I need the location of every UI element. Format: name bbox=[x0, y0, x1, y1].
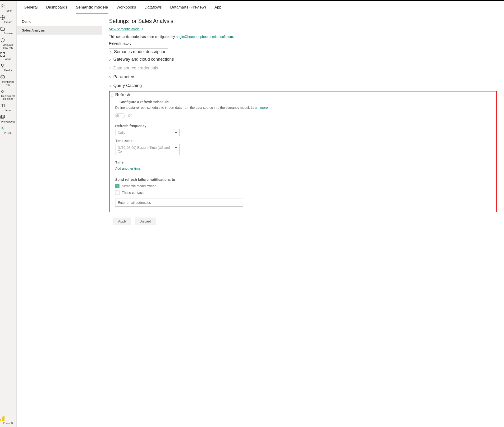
nav-rail: Home Create Browse OneLake data hub Apps bbox=[0, 1, 17, 427]
app-shell: Home Create Browse OneLake data hub Apps bbox=[0, 1, 504, 427]
svg-rect-14 bbox=[3, 416, 5, 421]
notify-owner-text: Semantic model owner bbox=[122, 184, 155, 188]
chevron-right-icon: ▷ bbox=[109, 84, 112, 87]
add-time-link[interactable]: Add another time bbox=[115, 167, 140, 170]
accordion-caching[interactable]: ▷ Query Caching bbox=[109, 81, 497, 90]
nav-onelake[interactable]: OneLake data hub bbox=[0, 36, 16, 51]
nav-label: OneLake data hub bbox=[3, 43, 14, 49]
learn-more-link[interactable]: Learn more bbox=[251, 106, 268, 109]
nav-powerbi-brand[interactable]: Power BI bbox=[0, 414, 16, 427]
svg-rect-2 bbox=[3, 53, 5, 54]
configured-by-prefix: This semantic model has been configured … bbox=[109, 35, 176, 39]
rocket-icon bbox=[0, 89, 16, 94]
button-row: Apply Discard bbox=[113, 218, 497, 225]
svg-rect-13 bbox=[2, 417, 3, 421]
nav-pl300[interactable]: PL-300 bbox=[0, 124, 16, 136]
tz-select[interactable]: (UTC-05:00) Eastern Time (US and Ca bbox=[115, 144, 180, 155]
configured-by-email[interactable]: angie@beepboopbop.onmicrosoft.com bbox=[176, 35, 233, 39]
tab-general[interactable]: General bbox=[24, 5, 38, 14]
nav-browse[interactable]: Browse bbox=[0, 25, 16, 36]
accordion-refresh[interactable]: ◿ Refresh bbox=[111, 92, 493, 98]
accordion-description[interactable]: ▷ Semantic model description bbox=[109, 49, 168, 55]
detail-panel: Settings for Sales Analysis View semanti… bbox=[102, 14, 504, 427]
nav-label: Create bbox=[4, 21, 12, 23]
freq-select[interactable]: Daily bbox=[115, 129, 180, 136]
view-link-text: View semantic model bbox=[109, 27, 140, 31]
accordion-label: Gateway and cloud connections bbox=[113, 57, 174, 62]
nav-apps[interactable]: Apps bbox=[0, 51, 16, 62]
nav-label: Home bbox=[5, 9, 12, 12]
open-external-icon bbox=[142, 28, 145, 30]
notify-owner-checkbox[interactable] bbox=[115, 184, 119, 188]
accordion-credentials[interactable]: ▷ Data source credentials bbox=[109, 64, 497, 73]
refresh-highlight-box: ◿ Refresh Configure a refresh schedule D… bbox=[109, 91, 497, 212]
tab-workbooks[interactable]: Workbooks bbox=[116, 5, 136, 14]
nav-label: PL-300 bbox=[4, 131, 12, 134]
tab-dashboards[interactable]: Dashboards bbox=[46, 5, 67, 14]
svg-rect-8 bbox=[1, 115, 5, 118]
svg-rect-7 bbox=[1, 116, 4, 118]
nav-label: Browse bbox=[4, 32, 13, 35]
content-row: Demo Sales Analysis Settings for Sales A… bbox=[17, 14, 504, 427]
list-item-demo[interactable]: Demo bbox=[17, 17, 102, 26]
notify-owner-row: Semantic model owner bbox=[115, 184, 493, 188]
notify-label: Send refresh failure notifications to bbox=[115, 177, 493, 182]
notify-contacts-checkbox[interactable] bbox=[115, 191, 119, 195]
nav-label: Deployment pipelines bbox=[1, 95, 15, 100]
tab-app[interactable]: App bbox=[214, 5, 221, 14]
accordion-label: Data source credentials bbox=[113, 66, 158, 71]
svg-rect-4 bbox=[3, 55, 5, 56]
nav-label: Monitoring hub bbox=[2, 80, 14, 86]
model-list: Demo Sales Analysis bbox=[17, 14, 102, 427]
nav-metrics[interactable]: Metrics bbox=[0, 62, 16, 73]
accordion-label: Semantic model description bbox=[114, 49, 166, 54]
monitoring-icon bbox=[0, 75, 16, 80]
accordion-parameters[interactable]: ▷ Parameters bbox=[109, 73, 497, 81]
notify-contacts-text: These contacts: bbox=[122, 191, 145, 195]
nav-home[interactable]: Home bbox=[0, 2, 16, 14]
nav-label: Apps bbox=[5, 58, 11, 61]
tab-semantic-models[interactable]: Semantic models bbox=[76, 5, 108, 14]
chevron-right-icon: ▷ bbox=[109, 58, 112, 61]
accordion-label: Refresh bbox=[115, 92, 130, 97]
chevron-down-icon: ◿ bbox=[111, 93, 114, 97]
workspaces-icon bbox=[0, 114, 16, 120]
refresh-desc-text: Define a data refresh schedule to import… bbox=[115, 106, 251, 109]
page-title: Settings for Sales Analysis bbox=[109, 18, 497, 24]
nav-deployment[interactable]: Deployment pipelines bbox=[0, 87, 16, 102]
configured-by-line: This semantic model has been configured … bbox=[109, 35, 497, 39]
svg-point-9 bbox=[1, 127, 2, 129]
nav-create[interactable]: Create bbox=[0, 14, 16, 25]
chevron-right-icon: ▷ bbox=[109, 67, 112, 70]
refresh-body: Configure a refresh schedule Define a da… bbox=[115, 100, 493, 207]
workspace-pl300-icon bbox=[0, 126, 16, 131]
configured-by-suffix: . bbox=[233, 35, 234, 39]
freq-label: Refresh frequency bbox=[115, 124, 493, 128]
email-input[interactable] bbox=[115, 198, 243, 207]
list-item-sales-analysis[interactable]: Sales Analysis bbox=[17, 26, 102, 35]
svg-point-6 bbox=[3, 91, 3, 92]
chevron-right-icon: ▷ bbox=[109, 75, 112, 79]
svg-point-11 bbox=[2, 129, 3, 130]
nav-workspaces[interactable]: Workspaces bbox=[0, 113, 16, 124]
nav-label: Workspaces bbox=[1, 120, 15, 123]
accordion-gateway[interactable]: ▷ Gateway and cloud connections bbox=[109, 55, 497, 64]
notify-contacts-row: These contacts: bbox=[115, 191, 493, 195]
tab-dataflows[interactable]: Dataflows bbox=[145, 5, 162, 14]
apply-button[interactable]: Apply bbox=[113, 218, 131, 225]
book-icon bbox=[0, 103, 16, 108]
nav-label: Power BI bbox=[3, 422, 14, 425]
folder-icon bbox=[0, 26, 16, 31]
view-semantic-model-link[interactable]: View semantic model bbox=[109, 27, 145, 31]
refresh-history-link[interactable]: Refresh history bbox=[109, 41, 131, 45]
nav-learn[interactable]: Learn bbox=[0, 102, 16, 113]
refresh-toggle-row: Off bbox=[115, 113, 493, 118]
nav-monitoring[interactable]: Monitoring hub bbox=[0, 73, 16, 87]
time-label: Time bbox=[115, 160, 493, 164]
tab-datamarts[interactable]: Datamarts (Preview) bbox=[170, 5, 206, 14]
discard-button[interactable]: Discard bbox=[135, 218, 156, 225]
refresh-toggle[interactable] bbox=[115, 113, 125, 118]
plus-circle-icon bbox=[0, 15, 16, 20]
nav-label: Metrics bbox=[4, 69, 12, 72]
svg-rect-1 bbox=[1, 53, 2, 54]
